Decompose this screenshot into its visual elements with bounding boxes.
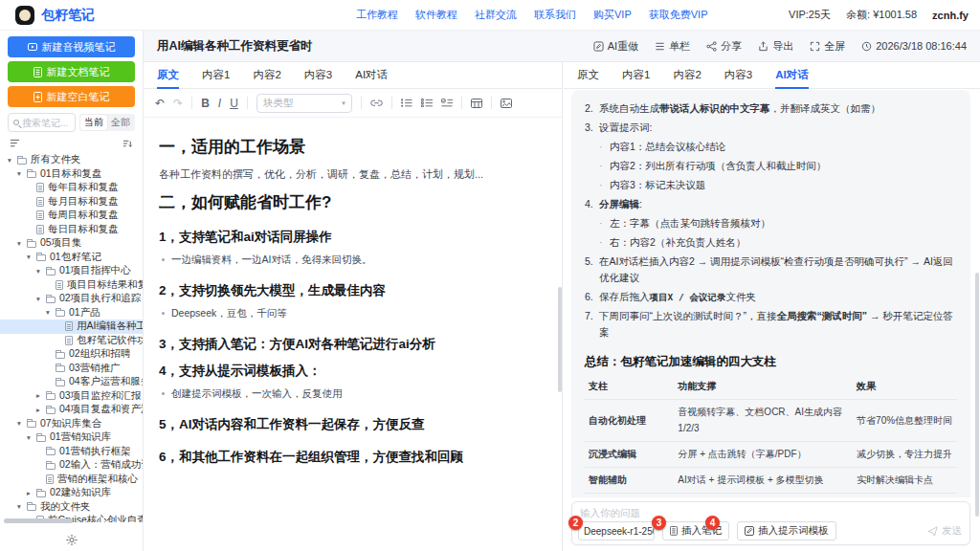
tree-item[interactable]: 所有文件夹 — [0, 153, 143, 167]
ai-message-bubble: 2.系统自动生成带说话人标识的中文字幕，并翻译成英文（如需） 3.设置提示词: … — [571, 90, 970, 497]
link-button[interactable] — [370, 99, 383, 106]
tree-item[interactable]: 01营销知识库 — [0, 430, 143, 445]
chevron-right-icon[interactable] — [34, 392, 42, 400]
app-logo[interactable]: 包籽笔记 — [15, 6, 95, 25]
tab-content3[interactable]: 内容3 — [304, 62, 332, 88]
underline-button[interactable]: U — [230, 97, 238, 110]
sidebar-footer — [0, 522, 143, 551]
nav-contact-us[interactable]: 联系我们 — [534, 8, 576, 22]
nav-buy-vip[interactable]: 购买VIP — [593, 8, 632, 22]
tree-item[interactable]: 03营销推广 — [0, 362, 143, 376]
summary-title: 总结：包籽笔记加速编辑的四大支柱 — [585, 352, 957, 371]
nav-community[interactable]: 社群交流 — [475, 8, 517, 22]
undo-button[interactable]: ↶ — [155, 97, 165, 110]
tab-content2[interactable]: 内容2 — [253, 62, 280, 88]
insert-table-button[interactable] — [471, 99, 482, 108]
tree-item[interactable]: 每月目标和复盘 — [0, 195, 143, 209]
tab-content1[interactable]: 内容1 — [202, 62, 230, 88]
nav-software-tutorial[interactable]: 软件教程 — [415, 8, 457, 22]
sort-icon[interactable] — [122, 139, 133, 149]
tree-item[interactable]: 02组织和招聘 — [0, 347, 143, 362]
file-icon — [36, 183, 44, 192]
editor-content[interactable]: 一，适用的工作场景 各种工作资料的撰写，优化，分析，调研，复盘，总结，计划，规划… — [144, 119, 562, 551]
question-input[interactable] — [580, 507, 962, 518]
tree-item[interactable]: 05项目集 — [0, 236, 143, 251]
bullet-item: 创建提示词模板，一次输入，反复使用 — [159, 387, 546, 401]
editor-scrollbar[interactable] — [558, 287, 562, 392]
tab-content3[interactable]: 内容3 — [724, 62, 752, 88]
tree-item[interactable]: 01包籽笔记 — [0, 251, 143, 265]
tab-content1[interactable]: 内容1 — [622, 62, 650, 88]
chevron-down-icon[interactable] — [15, 240, 23, 248]
tree-item[interactable]: 每年目标和复盘 — [0, 181, 143, 195]
account-id[interactable]: zcnh.fy — [932, 10, 969, 21]
tab-content2[interactable]: 内容2 — [673, 62, 701, 88]
tree-item-selected[interactable]: 用AI编辑各种工作资 — [0, 320, 143, 334]
nav-free-vip[interactable]: 获取免费VIP — [649, 8, 708, 22]
bullet-list-button[interactable] — [401, 99, 412, 107]
tree-item[interactable]: 项目目标结果和复盘 — [0, 278, 143, 293]
block-type-select[interactable]: 块类型 ▾ — [256, 94, 352, 113]
send-button[interactable]: 发送 — [927, 524, 962, 538]
tree-item[interactable]: 01目标和复盘 — [0, 167, 143, 182]
italic-button[interactable]: I — [218, 97, 221, 110]
tree-item[interactable]: 营销的框架和核心 — [0, 473, 143, 487]
fullscreen-button[interactable]: 全屏 — [810, 39, 845, 54]
new-doc-note-button[interactable]: 新建文档笔记 — [8, 61, 135, 82]
tree-item[interactable]: 我的文件夹 — [0, 500, 143, 515]
tree-item[interactable]: 07知识库集合 — [0, 417, 143, 431]
tree-item[interactable]: 01项目指挥中心 — [0, 264, 143, 278]
ordered-list-button[interactable] — [421, 99, 433, 107]
search-input[interactable] — [22, 118, 70, 128]
tab-original[interactable]: 原文 — [157, 62, 179, 88]
new-audio-video-note-button[interactable]: 新建音视频笔记 — [8, 36, 135, 57]
chevron-right-icon[interactable] — [34, 407, 42, 414]
chevron-down-icon[interactable] — [44, 309, 52, 317]
scope-current[interactable]: 当前 — [80, 115, 107, 130]
chevron-down-icon[interactable] — [6, 157, 13, 165]
model-select[interactable]: Deepseek-r1-250... ▾ — [578, 521, 655, 540]
chevron-right-icon[interactable] — [25, 490, 33, 497]
tree-item[interactable]: 04客户运营和服务 — [0, 375, 143, 389]
single-column-button[interactable]: 单栏 — [655, 39, 690, 54]
tree-item[interactable]: 02输入：营销成功资料 — [0, 458, 143, 473]
tree-toolbar — [0, 135, 143, 152]
chevron-down-icon[interactable] — [25, 253, 33, 261]
insert-image-button[interactable] — [501, 99, 512, 108]
nav-work-tutorial[interactable]: 工作教程 — [356, 8, 398, 22]
collapse-all-icon[interactable] — [10, 139, 20, 147]
tree-item[interactable]: 02项目执行和追踪 — [0, 292, 143, 306]
tree-item[interactable]: 02建站知识库 — [0, 486, 143, 500]
chevron-down-icon[interactable] — [25, 434, 33, 442]
scope-all[interactable]: 全部 — [107, 115, 134, 130]
chevron-down-icon[interactable] — [15, 503, 23, 511]
list-item: 2.系统自动生成带说话人标识的中文字幕，并翻译成英文（如需） — [585, 100, 957, 117]
export-button[interactable]: 导出 — [758, 39, 793, 54]
chevron-down-icon[interactable] — [34, 268, 42, 276]
ai-redo-button[interactable]: AI重做 — [593, 39, 638, 54]
chevron-down-icon[interactable] — [15, 420, 23, 428]
chevron-down-icon[interactable] — [15, 170, 23, 178]
chat-scrollbar[interactable] — [975, 273, 979, 517]
tree-item[interactable]: 01产品 — [0, 306, 143, 320]
tab-ai-chat[interactable]: AI对话 — [775, 62, 809, 88]
task-list-button[interactable] — [441, 99, 453, 107]
share-button[interactable]: 分享 — [706, 39, 742, 54]
chevron-down-icon[interactable] — [34, 296, 42, 303]
tree-item[interactable]: 01营销执行框架 — [0, 445, 143, 459]
tree-item[interactable]: 每周目标和复盘 — [0, 209, 143, 223]
chat-scroll-area[interactable]: 2.系统自动生成带说话人标识的中文字幕，并翻译成英文（如需） 3.设置提示词: … — [571, 90, 970, 497]
chat-input-panel: Deepseek-r1-250... ▾ 插入笔记 插入提示词模板 发送 — [571, 501, 970, 545]
settings-button[interactable] — [65, 534, 78, 546]
tree-item[interactable]: 03项目监控和汇报 — [0, 389, 143, 404]
bold-button[interactable]: B — [201, 97, 210, 110]
horizontal-scrollbar[interactable] — [4, 518, 73, 523]
tab-original[interactable]: 原文 — [577, 62, 599, 88]
tree-item[interactable]: 每日目标和复盘 — [0, 223, 143, 237]
insert-prompt-template-button[interactable]: 插入提示词模板 — [737, 521, 836, 540]
new-blank-note-button[interactable]: 新建空白笔记 — [8, 86, 135, 107]
redo-button[interactable]: ↷ — [173, 97, 183, 110]
tree-item[interactable]: 包籽笔记软件功能详 — [0, 334, 143, 348]
tab-ai-chat[interactable]: AI对话 — [355, 62, 388, 88]
tree-item[interactable]: 04项目复盘和资产沉淀 — [0, 403, 143, 417]
